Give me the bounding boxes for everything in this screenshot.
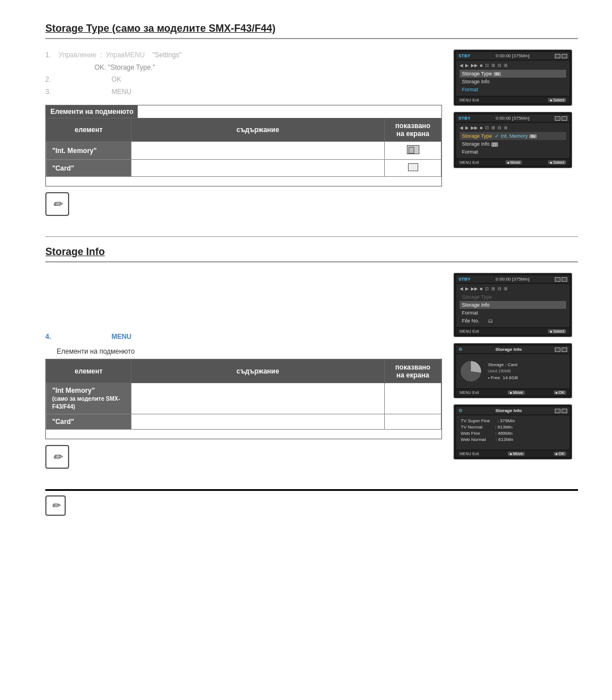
pie-text: Storage : Card Used 190MB • Free 14.6GB <box>488 362 518 381</box>
cam1-select: ● Select <box>548 98 566 102</box>
pie-chart <box>460 360 482 383</box>
cam5-menu-exit: MENU Exit <box>460 452 479 456</box>
note-icon-2: ✏ <box>45 445 69 469</box>
cam4-icon-bat <box>562 347 567 352</box>
content2-int-memory <box>131 383 385 414</box>
cam2-select: ● Select <box>548 160 566 164</box>
cam3-select: ● Select <box>548 329 566 333</box>
cam4-icon-sq <box>555 347 560 352</box>
cam3-file-no: File No. 🗂 <box>460 317 566 325</box>
cam5-icon-bat <box>562 409 567 413</box>
cam3-menu-exit: MENU Exit <box>460 329 479 333</box>
cam1-storage-info: Storage Info <box>460 78 566 86</box>
cam5-title: Storage Info <box>495 408 522 413</box>
cam2-icon-in <box>555 116 560 121</box>
cam1-storage-type: Storage Type IN <box>460 70 566 78</box>
submenu-table-1: Елементи на подменюто елемент съдържание… <box>45 105 442 186</box>
cam3-format: Format <box>460 309 566 317</box>
col2-header-content: съдържание <box>131 360 385 383</box>
cam-screen-3: STBY 0:00:00 [375Min] ◀▶▶▶■⊡⊞⊟⊞ Storage … <box>453 273 572 337</box>
pie-area: Storage : Card Used 190MB • Free 14.6GB <box>460 358 566 385</box>
cam2-move: ● Move <box>505 160 522 164</box>
bottom-bar: ✏ <box>45 489 578 516</box>
cam5-web-normal: Web Normal : 613Min <box>460 436 566 443</box>
cam3-time: 0:00:00 [375Min] <box>496 277 530 282</box>
section2-instructions <box>45 273 442 327</box>
col-header-content: съдържание <box>131 118 385 142</box>
item-int-memory: "Int. Memory" <box>46 142 131 160</box>
cam4-gear-icon: ⚙ <box>458 347 462 352</box>
cam5-tv-normal: TV Normal : 613Min <box>460 424 566 430</box>
cam-screen-1: STBY 0:00:00 [375Min] ◀▶▶▶■⊡⊞⊟⊞ Storage … <box>453 49 572 106</box>
icon2-int-memory <box>385 383 441 414</box>
cam-screen-5: ⚙ Storage Info TV Super Fine : 379Min TV… <box>453 404 572 460</box>
cam2-stby: STBY <box>458 116 470 121</box>
icon-int-memory <box>385 142 441 160</box>
submenu-label-1: Елементи на подменюто <box>46 105 138 118</box>
col-header-display: показвано на екрана <box>385 118 441 142</box>
cam4-move: ● Move <box>508 391 524 394</box>
memory-icon <box>407 145 419 154</box>
card-icon <box>408 163 418 171</box>
bottom-note-icon: ✏ <box>45 495 66 516</box>
cam5-ok: ● OK <box>554 452 566 456</box>
cam1-icon-bat <box>562 54 567 58</box>
section2-left: 4. MENU Елементи на подменюто елемент съ… <box>45 273 442 478</box>
note-icon-1: ✏ <box>45 192 69 216</box>
cam5-gear-icon: ⚙ <box>458 408 462 413</box>
cam3-icon-bat <box>562 277 567 282</box>
cam1-icon-in <box>555 54 560 58</box>
section2-title: Storage Info <box>45 246 578 262</box>
cam3-storage-type-dim: Storage Type <box>460 293 566 301</box>
col2-header-display: показвано на екрана <box>385 360 441 383</box>
step4: 4. MENU <box>45 333 442 341</box>
storage-label: Storage : Card <box>488 362 518 368</box>
content2-card <box>131 414 385 430</box>
cam2-time: 0:00:00 [375Min] <box>496 116 530 121</box>
table-row: "Int. Memory" <box>46 142 441 160</box>
cam-screens-2: STBY 0:00:00 [375Min] ◀▶▶▶■⊡⊞⊟⊞ Storage … <box>453 273 578 478</box>
cam5-tv-super-fine: TV Super Fine : 379Min <box>460 418 566 424</box>
submenu-label-2: Елементи на подменюто <box>57 347 442 355</box>
item2-int-memory: "Int Memory"(само за моделите SMX-F43/F4… <box>46 383 131 414</box>
icon-card <box>385 160 441 177</box>
cam2-storage-type-active: Storage Type ✓ Int. Memory IN <box>460 132 566 140</box>
col2-header-item: елемент <box>46 360 131 383</box>
cam2-icons-row: ◀▶▶▶■⊡⊞⊟⊞ <box>460 125 566 130</box>
col-header-item: елемент <box>46 118 131 142</box>
section1-left: 1. Управление : УправMENU "Settings" OK.… <box>45 49 442 225</box>
item2-card: "Card" <box>46 414 131 430</box>
divider-1 <box>45 236 578 237</box>
cam3-stby: STBY <box>458 277 470 282</box>
content-card <box>131 160 385 177</box>
cam1-menu-exit: MENU Exit <box>460 98 479 102</box>
item-card: "Card" <box>46 160 131 177</box>
table-row: "Int Memory"(само за моделите SMX-F43/F4… <box>46 383 441 414</box>
cam-screen-2: STBY 0:00:00 [375Min] ◀▶▶▶■⊡⊞⊟⊞ Storage … <box>453 112 572 168</box>
cam1-format: Format <box>460 86 566 94</box>
section1: Storage Type (само за моделите SMX-F43/F… <box>45 23 578 225</box>
cam4-ok: ● OK <box>554 391 566 394</box>
note-box-1: ✏ <box>45 192 442 216</box>
cam1-stby: STBY <box>458 53 470 58</box>
table-row: "Card" <box>46 160 441 177</box>
content-int-memory <box>131 142 385 160</box>
cam1-icons-row: ◀▶▶▶■⊡⊞⊟⊞ <box>460 63 566 68</box>
cam-screens-1: STBY 0:00:00 [375Min] ◀▶▶▶■⊡⊞⊟⊞ Storage … <box>453 49 578 225</box>
steps-list: 1. Управление : УправMENU "Settings" OK.… <box>45 49 442 98</box>
cam3-storage-info: Storage Info <box>460 301 566 309</box>
cam4-menu-exit: MENU Exit <box>460 391 479 394</box>
cam5-icon-sq <box>555 409 560 413</box>
cam5-web-fine: Web Fine : 469Min <box>460 430 566 436</box>
table-row: "Card" <box>46 414 441 430</box>
cam2-format: Format <box>460 148 566 156</box>
section2: Storage Info 4. MENU Елементи на подменю… <box>45 246 578 516</box>
cam5-move: ● Move <box>508 452 524 456</box>
cam2-icon-bat <box>562 116 567 121</box>
cam3-icon-sq1 <box>555 277 560 282</box>
cam2-storage-info: Storage Info ◻ <box>460 140 566 148</box>
submenu-table-2: елемент съдържание показвано на екрана "… <box>45 359 442 439</box>
note-box-2: ✏ <box>45 445 442 469</box>
cam4-title: Storage Info <box>495 347 522 352</box>
cam2-menu-exit: MENU Exit <box>460 160 479 164</box>
